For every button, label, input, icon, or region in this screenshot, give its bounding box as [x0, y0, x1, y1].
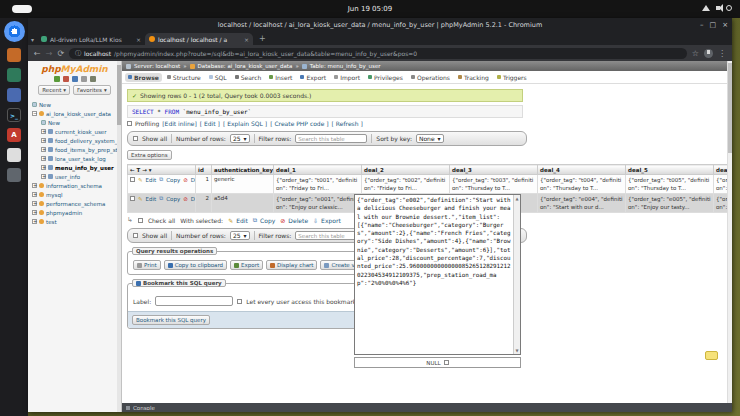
archive-app-icon[interactable] [7, 168, 21, 182]
cell-deal4[interactable]: {"order_tag": "e004", "definition": "Sta… [538, 194, 626, 213]
delete-row-link[interactable]: Delete [191, 177, 196, 183]
rows-select[interactable]: 25▾ [230, 134, 250, 143]
col-header-deal4[interactable]: deal_4 [538, 165, 626, 175]
bookmark-label-input[interactable] [155, 296, 233, 306]
tab-search[interactable]: Search [232, 73, 265, 82]
minimize-icon[interactable]: – [700, 21, 704, 29]
copy-row-link[interactable]: Copy [166, 177, 180, 183]
expand-icon[interactable]: + [32, 192, 37, 197]
tree-item-table[interactable]: +user_info [32, 172, 121, 181]
row-checkbox[interactable] [130, 196, 135, 201]
expand-icon[interactable]: + [41, 138, 46, 143]
table-search-input[interactable] [295, 134, 367, 143]
check-all-checkbox[interactable] [138, 218, 143, 223]
expand-icon[interactable]: + [41, 174, 46, 179]
bookmark-access-checkbox[interactable] [237, 299, 242, 304]
tab-tracking[interactable]: Tracking [455, 73, 492, 82]
close-icon[interactable]: × [722, 21, 728, 29]
breadcrumb-database[interactable]: Database: ai_lora_kiosk_user_data [198, 63, 293, 69]
docs-icon[interactable] [81, 76, 87, 82]
copy-row-link[interactable]: Copy [166, 196, 180, 202]
expand-icon[interactable]: + [41, 147, 46, 152]
tree-item-new-db[interactable]: New [32, 100, 121, 109]
tab-triggers[interactable]: Triggers [494, 73, 530, 82]
export-button[interactable]: Export [230, 260, 263, 270]
tab-insert[interactable]: Insert [266, 73, 295, 82]
tree-item-database[interactable]: +test [32, 217, 121, 226]
cell-deal1[interactable]: {"order_tag": "t001", "definition": "Fri… [274, 175, 362, 194]
files-app-icon[interactable] [7, 48, 21, 62]
cell-deal5[interactable]: {"order_tag": "e005", "definition": "Enj… [626, 194, 714, 213]
scroll-down-icon[interactable]: ▼ [515, 348, 518, 353]
logout-icon[interactable] [63, 76, 69, 82]
cell-deal6[interactable]: {"order_tag": "e006", "definition": "Enj… [714, 194, 729, 213]
sql-window-icon[interactable] [72, 76, 78, 82]
copy-to-clipboard-button[interactable]: Copy to clipboard [164, 260, 227, 270]
tree-item-table[interactable]: +current_kiosk_user [32, 127, 121, 136]
tab-sql[interactable]: SQL [206, 73, 230, 82]
cell-edit-textarea[interactable]: {"order_tag":"e002","definition":"Start … [355, 195, 513, 354]
menu-kebab-icon[interactable]: ⋮ [718, 49, 726, 58]
back-icon[interactable]: ← [34, 49, 41, 58]
edit-inline-link[interactable]: [Edit inline] [162, 120, 197, 127]
tab-privileges[interactable]: Privileges [365, 73, 406, 82]
forward-icon[interactable]: → [46, 49, 53, 58]
browser-tab-2-active[interactable]: localhost / localhost / a × [145, 33, 253, 45]
cell-deal2[interactable]: {"order_tag": "t002", "definition": "Fri… [362, 175, 450, 194]
delete-row-link[interactable]: Delete [191, 196, 196, 202]
cell-auth-key[interactable]: a5d4 [212, 194, 274, 213]
refresh-link[interactable]: [ Refresh ] [332, 120, 363, 127]
system-tray[interactable] [702, 5, 732, 11]
edit-row-link[interactable]: Edit [146, 196, 157, 202]
edit-selected-button[interactable]: Edit [236, 217, 248, 224]
profiling-checkbox[interactable] [127, 121, 132, 126]
cell-deal5[interactable]: {"order_tag": "t005", "definition": "Thu… [626, 175, 714, 194]
tab-browse[interactable]: Browse [125, 73, 162, 82]
tab-structure[interactable]: Structure [164, 73, 204, 82]
cell-id[interactable]: 2 [196, 194, 212, 213]
null-checkbox[interactable] [444, 360, 449, 365]
console-bar[interactable]: Console [122, 403, 732, 412]
expand-icon[interactable]: + [32, 210, 37, 215]
profile-avatar[interactable] [704, 49, 713, 58]
export-selected-button[interactable]: Export [321, 217, 341, 224]
tab-operations[interactable]: Operations [408, 73, 453, 82]
site-info-icon[interactable]: ⓘ [75, 49, 81, 58]
activities-indicator[interactable] [12, 5, 32, 13]
row-checkbox[interactable] [130, 177, 135, 182]
cell-deal4[interactable]: {"order_tag": "t004", "definition": "Thu… [538, 175, 626, 194]
tree-item-table[interactable]: +food_items_by_prep_station [32, 145, 121, 154]
breadcrumb-server[interactable]: Server: localhost [134, 63, 180, 69]
expand-icon[interactable]: + [41, 129, 46, 134]
cell-deal6[interactable]: {"order_tag": "t006", "definition": "Thu… [714, 175, 729, 194]
create-php-code-link[interactable]: [ Create PHP code ] [270, 120, 328, 127]
favorite-tables-select[interactable]: Favorites▾ [73, 85, 111, 95]
col-header-deal2[interactable]: deal_2 [362, 165, 450, 175]
expand-icon[interactable]: + [32, 219, 37, 224]
show-all-checkbox[interactable] [133, 233, 138, 238]
col-header-id[interactable]: id [196, 165, 212, 175]
sidebar-scrollbar[interactable] [117, 61, 121, 412]
tab-export[interactable]: Export [297, 73, 329, 82]
breadcrumb-table[interactable]: Table: menu_info_by_user [310, 63, 381, 69]
expand-icon[interactable]: + [41, 165, 46, 170]
display-chart-button[interactable]: Display chart [266, 260, 317, 270]
browser-tab-1[interactable]: AI-driven LoRa/LLM Kios × [37, 33, 145, 45]
show-all-checkbox[interactable] [133, 136, 138, 141]
tree-item-table[interactable]: +food_delivery_system_log [32, 136, 121, 145]
chromium-icon[interactable] [4, 21, 25, 42]
tab2-close-icon[interactable]: × [244, 36, 249, 43]
col-header-deal1[interactable]: deal_1 [274, 165, 362, 175]
tab1-close-icon[interactable]: × [136, 36, 141, 43]
tree-item-table-selected[interactable]: +menu_info_by_user [32, 163, 121, 172]
url-bar[interactable]: ⓘ localhost/phpmyadmin/index.php?route=/… [69, 48, 687, 59]
tree-item-database[interactable]: +mysql [32, 190, 121, 199]
tree-item-database[interactable]: +performance_schema [32, 199, 121, 208]
reload-icon[interactable]: ⟳ [57, 49, 64, 58]
print-button[interactable]: Print [133, 260, 161, 270]
new-tab-icon[interactable]: + [259, 34, 266, 43]
tree-item-new-table[interactable]: New [32, 118, 121, 127]
bookmark-submit-button[interactable]: Bookmark this SQL query [132, 315, 210, 325]
recent-tables-select[interactable]: Recent▾ [38, 85, 70, 95]
page-scrollbar[interactable] [727, 61, 732, 412]
